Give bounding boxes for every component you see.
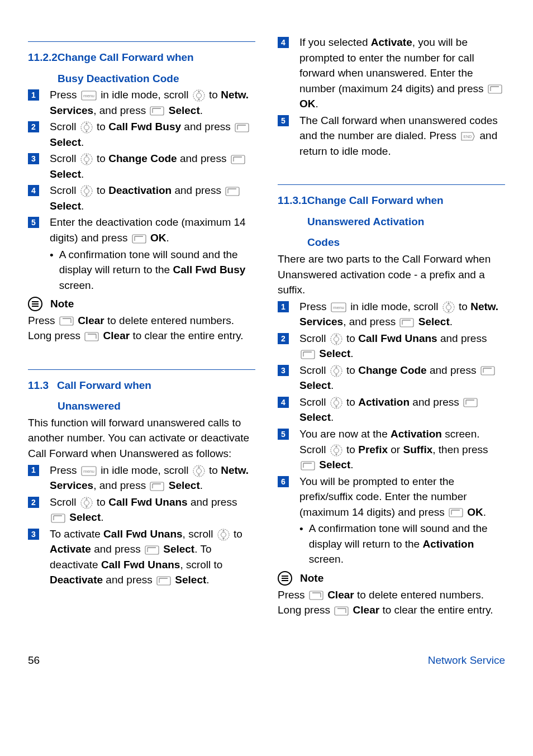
step-number-badge: 1 xyxy=(28,89,39,101)
section-heading-1122: 11.2.2Change Call Forward when xyxy=(28,45,255,65)
numbered-step: 3Scroll to Change Code and press Select. xyxy=(278,363,505,393)
left-column: 11.2.2Change Call Forward when Busy Deac… xyxy=(28,34,255,619)
left-softkey-icon xyxy=(301,461,315,470)
section-rule xyxy=(28,369,255,370)
numbered-step: 5You are now at the Activation screen. S… xyxy=(278,426,505,473)
nav-key-icon xyxy=(80,185,93,197)
left-softkey-icon xyxy=(150,482,164,491)
step-text: To activate Call Fwd Unans, scroll to Ac… xyxy=(50,526,255,588)
step-text: You will be prompted to enter the prefix… xyxy=(299,474,505,520)
nav-key-icon xyxy=(330,333,342,345)
intro-1131: There are two parts to the Call Forward … xyxy=(278,251,505,298)
numbered-step: 1Press in idle mode, scroll to Netw. Ser… xyxy=(28,87,255,118)
menu-key-icon xyxy=(81,91,97,101)
section-heading-113-l2: Unanswered xyxy=(58,394,255,414)
nav-key-icon xyxy=(330,365,342,377)
section-heading-1122-l2: Busy Deactivation Code xyxy=(58,66,255,87)
left-softkey-icon xyxy=(480,366,495,375)
left-softkey-icon xyxy=(225,187,240,196)
numbered-step: 2Scroll to Call Fwd Unans and press Sele… xyxy=(28,495,255,525)
substep-1131: • A confirmation tone will sound and the… xyxy=(299,521,505,567)
numbered-step: 1Press in idle mode, scroll to Netw. Ser… xyxy=(278,299,505,330)
left-softkey-icon xyxy=(301,350,315,359)
step-number-badge: 5 xyxy=(278,115,289,126)
left-softkey-icon xyxy=(463,398,478,407)
steps-1131: 1Press in idle mode, scroll to Netw. Ser… xyxy=(278,299,505,520)
substep-1122: • A confirmation tone will sound and the… xyxy=(50,247,255,293)
steps-113: 1Press in idle mode, scroll to Netw. Ser… xyxy=(28,463,255,588)
nav-key-icon xyxy=(442,301,455,313)
chapter-label: Network Service xyxy=(428,653,505,668)
step-number-badge: 3 xyxy=(28,529,39,540)
step-text: Press in idle mode, scroll to Netw. Serv… xyxy=(50,87,255,118)
step-text: Press in idle mode, scroll to Netw. Serv… xyxy=(50,463,255,493)
right-column: 4If you selected Activate, you will be p… xyxy=(278,34,505,619)
numbered-step: 3Scroll to Change Code and press Select. xyxy=(28,151,255,182)
right-softkey-icon xyxy=(309,591,323,600)
step-number-badge: 3 xyxy=(28,153,39,164)
left-softkey-icon xyxy=(156,576,171,586)
nav-key-icon xyxy=(80,121,93,134)
page-footer: 56 Network Service xyxy=(28,653,505,668)
bullet-icon: • xyxy=(299,521,303,567)
left-softkey-icon xyxy=(235,123,249,132)
left-softkey-icon xyxy=(399,318,414,327)
step-text: Scroll to Call Fwd Unans and press Selec… xyxy=(299,331,505,362)
step-text: You are now at the Activation screen. Sc… xyxy=(299,426,505,473)
step-number-badge: 3 xyxy=(278,365,289,376)
section-heading-1131: 11.3.1Change Call Forward when xyxy=(278,188,505,208)
step-text: Scroll to Activation and press Select. xyxy=(299,394,505,425)
nav-key-icon xyxy=(330,397,342,409)
section-heading-1131-l3: Codes xyxy=(307,230,505,250)
left-softkey-icon xyxy=(145,545,159,555)
section-rule xyxy=(278,184,505,185)
numbered-step: 4Scroll to Deactivation and press Select… xyxy=(28,183,255,213)
steps-113-cont: 4If you selected Activate, you will be p… xyxy=(278,35,505,159)
numbered-step: 3To activate Call Fwd Unans, scroll to A… xyxy=(28,526,255,588)
left-softkey-icon xyxy=(449,508,463,517)
end-key-icon xyxy=(460,131,475,141)
menu-key-icon xyxy=(331,302,346,312)
intro-113: This function will forward unanswered ca… xyxy=(28,415,255,462)
note-heading: Note xyxy=(28,296,255,312)
steps-1122: 1Press in idle mode, scroll to Netw. Ser… xyxy=(28,87,255,245)
step-number-badge: 5 xyxy=(278,429,289,440)
step-number-badge: 2 xyxy=(28,497,39,508)
step-text: Scroll to Call Fwd Unans and press Selec… xyxy=(50,495,255,525)
note-body: Press Clear to delete entered numbers. L… xyxy=(28,313,255,344)
numbered-step: 2Scroll to Call Fwd Busy and press Selec… xyxy=(28,119,255,150)
left-softkey-icon xyxy=(488,84,502,94)
step-text: Scroll to Change Code and press Select. xyxy=(50,151,255,182)
step-number-badge: 4 xyxy=(278,397,289,408)
nav-key-icon xyxy=(193,465,205,477)
menu-key-icon xyxy=(81,466,97,476)
step-number-badge: 2 xyxy=(278,333,289,344)
left-softkey-icon xyxy=(231,155,245,164)
step-number-badge: 4 xyxy=(278,37,289,48)
nav-key-icon xyxy=(330,444,342,457)
note-body: Press Clear to delete entered numbers. L… xyxy=(278,587,505,618)
section-heading-1131-l2: Unanswered Activation xyxy=(307,210,505,230)
note-heading: Note xyxy=(278,570,505,586)
step-text: If you selected Activate, you will be pr… xyxy=(299,35,505,112)
right-softkey-icon xyxy=(334,606,349,616)
step-text: The Call forward when unanswered codes a… xyxy=(299,113,505,159)
note-icon xyxy=(278,571,292,586)
numbered-step: 1Press in idle mode, scroll to Netw. Ser… xyxy=(28,463,255,493)
left-softkey-icon xyxy=(132,234,146,244)
numbered-step: 2Scroll to Call Fwd Unans and press Sele… xyxy=(278,331,505,362)
step-text: Scroll to Change Code and press Select. xyxy=(299,363,505,393)
nav-key-icon xyxy=(80,497,93,509)
numbered-step: 5Enter the deactivation code (maximum 14… xyxy=(28,215,255,245)
step-number-badge: 4 xyxy=(28,185,39,196)
left-softkey-icon xyxy=(150,106,164,116)
left-softkey-icon xyxy=(51,513,65,523)
right-softkey-icon xyxy=(59,316,74,326)
step-number-badge: 2 xyxy=(28,121,39,132)
step-number-badge: 1 xyxy=(278,301,289,312)
step-text: Scroll to Call Fwd Busy and press Select… xyxy=(50,119,255,150)
numbered-step: 4Scroll to Activation and press Select. xyxy=(278,394,505,425)
numbered-step: 4If you selected Activate, you will be p… xyxy=(278,35,505,112)
step-text: Press in idle mode, scroll to Netw. Serv… xyxy=(299,299,505,330)
numbered-step: 5The Call forward when unanswered codes … xyxy=(278,113,505,159)
